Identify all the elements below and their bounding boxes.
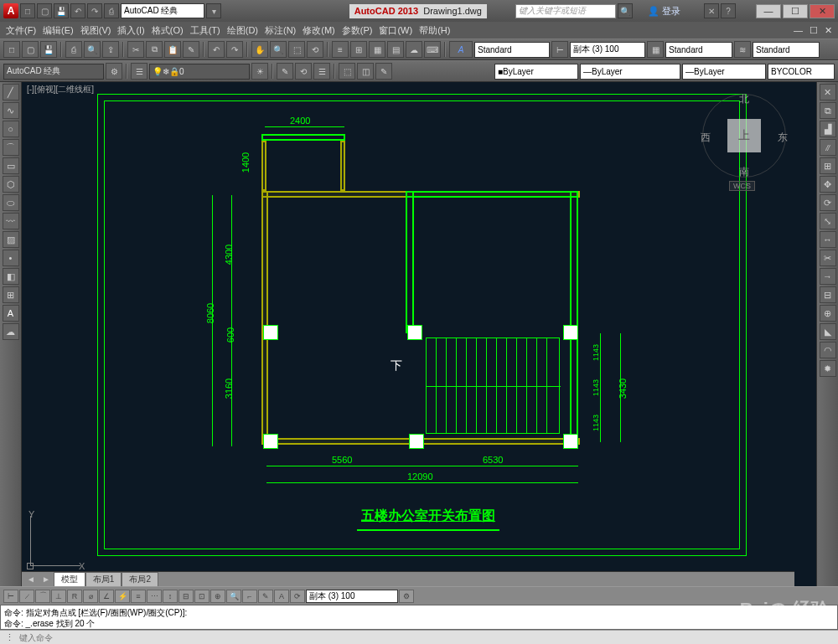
color-combo[interactable]: ■ ByLayer <box>494 64 578 80</box>
menu-tools[interactable]: 工具(T) <box>188 24 223 37</box>
menu-edit[interactable]: 编辑(E) <box>40 24 76 37</box>
props-icon[interactable]: ≡ <box>332 41 349 58</box>
nav-east[interactable]: 东 <box>778 131 788 145</box>
dimstyle-combo[interactable]: 副本 (3) 100 <box>570 42 645 58</box>
tab-layout2[interactable]: 布局2 <box>122 572 158 587</box>
array-icon[interactable]: ⊞ <box>820 157 836 174</box>
undo-icon[interactable]: ↶ <box>208 41 225 58</box>
rect-icon[interactable]: ▭ <box>3 157 19 174</box>
table-icon[interactable]: ⊞ <box>3 286 19 303</box>
explode-icon[interactable]: ✹ <box>820 360 836 377</box>
circle-icon[interactable]: ○ <box>3 121 19 137</box>
maximize-button[interactable]: ☐ <box>783 4 808 18</box>
dim-tedit-icon[interactable]: A <box>274 590 289 603</box>
textstyle-combo[interactable]: Standard <box>474 42 550 58</box>
tab-next-icon[interactable]: ► <box>39 574 54 584</box>
tab-layout1[interactable]: 布局1 <box>85 572 122 587</box>
spline-icon[interactable]: 〰 <box>3 213 19 229</box>
workspace-combo[interactable]: AutoCAD 经典 <box>121 3 204 18</box>
app-logo[interactable]: A <box>3 3 18 18</box>
qat-redo-icon[interactable]: ↷ <box>87 3 102 18</box>
dcenter-icon[interactable]: ⊞ <box>350 41 367 58</box>
preview-icon[interactable]: 🔍 <box>84 41 101 58</box>
toolpal-icon[interactable]: ▦ <box>369 41 385 58</box>
qat-undo-icon[interactable]: ↶ <box>70 3 85 18</box>
mlstyle-combo[interactable]: Standard <box>753 42 820 58</box>
textstyle-icon[interactable]: A <box>449 41 473 58</box>
doc-max-button[interactable]: ☐ <box>807 25 820 36</box>
menu-help[interactable]: 帮助(H) <box>416 24 453 37</box>
new-icon[interactable]: □ <box>3 41 20 58</box>
stretch-icon[interactable]: ↔ <box>820 231 836 248</box>
plotstyle-combo[interactable]: BYCOLOR <box>768 64 835 80</box>
minimize-button[interactable]: — <box>756 4 781 18</box>
dim-aligned-icon[interactable]: ⟋ <box>19 590 34 603</box>
viewcube[interactable]: 上 北 西 东 南 WCS <box>702 94 786 178</box>
tab-model[interactable]: 模型 <box>54 572 85 587</box>
login-link[interactable]: 👤 登录 <box>644 5 684 18</box>
exchange-icon[interactable]: ✕ <box>704 3 719 18</box>
ws-settings-icon[interactable]: ⚙ <box>106 63 122 80</box>
ellipse-icon[interactable]: ⬭ <box>3 194 19 211</box>
lineweight-combo[interactable]: — ByLayer <box>682 64 766 80</box>
join-icon[interactable]: ⊕ <box>820 305 836 322</box>
print-icon[interactable]: ⎙ <box>65 41 82 58</box>
pan-icon[interactable]: ✋ <box>251 41 268 58</box>
dim-quick-icon[interactable]: ⚡ <box>115 590 130 603</box>
doc-min-button[interactable]: — <box>791 25 805 35</box>
dim-radius-icon[interactable]: R <box>67 590 82 603</box>
mtext-icon[interactable]: A <box>3 305 19 322</box>
calc-icon[interactable]: ⌨ <box>424 41 441 58</box>
mirror-icon[interactable]: ▟ <box>820 121 836 137</box>
layer-state-icon[interactable]: ☰ <box>313 63 330 80</box>
make-block-icon[interactable]: ◫ <box>357 63 374 80</box>
dim-arc-icon[interactable]: ⌒ <box>35 590 50 603</box>
save-icon[interactable]: 💾 <box>40 41 57 58</box>
viewport-label[interactable]: [-][俯视][二维线框] <box>27 84 94 95</box>
dim-update-icon[interactable]: ⟳ <box>290 590 305 603</box>
sheet-icon[interactable]: ▤ <box>387 41 404 58</box>
publish-icon[interactable]: ⇪ <box>102 41 119 58</box>
doc-close-button[interactable]: ✕ <box>822 25 835 36</box>
zoomwin-icon[interactable]: ⬚ <box>288 41 305 58</box>
fillet-icon[interactable]: ◠ <box>820 342 836 358</box>
layer-props-icon[interactable]: ☰ <box>131 63 147 80</box>
dim-break-icon[interactable]: ⊟ <box>178 590 194 603</box>
move-icon[interactable]: ✥ <box>820 176 836 193</box>
search-input[interactable]: 键入关键字或短语 <box>515 4 616 18</box>
break-icon[interactable]: ⊟ <box>820 286 836 303</box>
menu-modify[interactable]: 修改(M) <box>300 24 338 37</box>
dim-diameter-icon[interactable]: ⌀ <box>83 590 98 603</box>
menu-param[interactable]: 参数(P) <box>339 24 375 37</box>
revision-icon[interactable]: ☁ <box>3 323 19 340</box>
linetype-combo[interactable]: — ByLayer <box>580 64 680 80</box>
menu-view[interactable]: 视图(V) <box>78 24 114 37</box>
dim-jog-icon[interactable]: ⌐ <box>242 590 257 603</box>
menu-format[interactable]: 格式(O) <box>149 24 186 37</box>
layer-match-icon[interactable]: ✎ <box>277 63 293 80</box>
tab-prev-icon[interactable]: ◄ <box>23 574 39 584</box>
qat-print-icon[interactable]: ⎙ <box>104 3 119 18</box>
region-icon[interactable]: ◧ <box>3 268 19 285</box>
menu-dim[interactable]: 标注(N) <box>262 24 298 37</box>
help-icon[interactable]: ? <box>721 3 736 18</box>
insert-block-icon[interactable]: ⬚ <box>339 63 355 80</box>
qat-save-icon[interactable]: 💾 <box>54 3 69 18</box>
nav-south[interactable]: 南 <box>739 165 749 179</box>
nav-north[interactable]: 北 <box>739 92 749 106</box>
copy-icon[interactable]: ⧉ <box>146 41 163 58</box>
rotate-icon[interactable]: ⟳ <box>820 194 836 211</box>
paste-icon[interactable]: 📋 <box>164 41 181 58</box>
hatch-icon[interactable]: ▨ <box>3 231 19 248</box>
tablestyle-icon[interactable]: ▦ <box>647 41 664 58</box>
drawing-canvas[interactable]: [-][俯视][二维线框] 上 北 西 东 南 WCS <box>22 82 816 586</box>
dim-continue-icon[interactable]: ⋯ <box>147 590 162 603</box>
markup-icon[interactable]: ☁ <box>406 41 422 58</box>
nav-west[interactable]: 西 <box>701 131 711 145</box>
dim-linear-icon[interactable]: ⊢ <box>3 590 18 603</box>
qat-more-icon[interactable]: ▾ <box>206 3 221 18</box>
layer-iso-icon[interactable]: ☀ <box>251 63 268 80</box>
close-button[interactable]: ✕ <box>810 4 835 18</box>
zoom-icon[interactable]: 🔍 <box>270 41 287 58</box>
qat-open-icon[interactable]: ▢ <box>37 3 52 18</box>
